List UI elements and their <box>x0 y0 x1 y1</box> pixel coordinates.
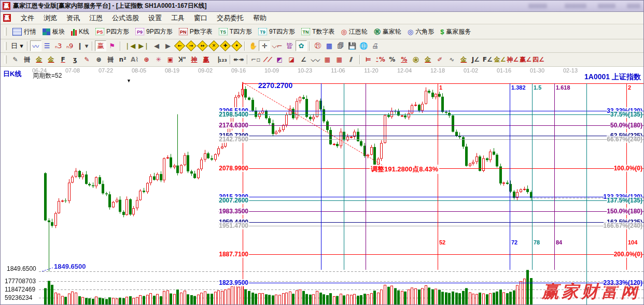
percent-level-label: 137.5%(135) <box>607 197 642 204</box>
percent-level-label: 100.0%(0) <box>614 165 642 172</box>
date-axis-label: 11-20 <box>364 67 378 74</box>
cycle-top-marker: 2 <box>628 84 631 91</box>
kline-chart-canvas[interactable] <box>1 1 644 305</box>
volume-axis-label: 118472469 <box>5 286 35 293</box>
date-axis-label: 12-18 <box>430 67 445 74</box>
price-level-label: 2142.7500 <box>218 136 249 143</box>
date-axis-label: 12-04 <box>397 67 412 74</box>
price-level-label: 1951.4700 <box>218 222 249 229</box>
date-axis-label: 01-16 <box>497 67 511 74</box>
cycle-count-marker: 104 <box>628 239 637 245</box>
date-axis-label: 10-23 <box>298 67 312 74</box>
date-axis-label: 01-02 <box>464 67 478 74</box>
symbol-label[interactable]: 1A0001 上证指数 <box>584 72 641 82</box>
percent-level-label: 150.0%(180) <box>607 208 642 215</box>
date-axis-label: 06-24 <box>32 67 47 74</box>
percent-level-label: 37.5%(135) <box>610 111 642 118</box>
date-axis-label: 10-09 <box>264 67 279 74</box>
price-level-label: 2198.5400 <box>218 111 249 118</box>
date-axis-label: 08-19 <box>165 67 179 74</box>
cycle-count-marker: 52 <box>439 239 445 245</box>
volume-axis-label: 177708703 <box>5 278 36 285</box>
date-axis-label: 08-05 <box>132 67 146 74</box>
price-level-label: 1887.7100 <box>218 251 249 258</box>
scroll-marker-icon[interactable]: ▼ <box>127 78 131 83</box>
date-axis-label: 02-13 <box>563 67 578 74</box>
percent-level-label: 233.33%(120) <box>604 279 642 286</box>
axis-price-1849: 1849.6500 <box>7 265 36 272</box>
cycle-top-marker: 1.618 <box>556 84 570 91</box>
percent-level-label: 166.67%(240) <box>604 222 642 229</box>
price-level-label: 1823.9500 <box>218 279 249 286</box>
price-level-label: 2007.2600 <box>218 197 249 204</box>
date-axis-label: 11-06 <box>331 67 345 74</box>
cycle-count-marker: 78 <box>534 239 540 245</box>
date-axis-label: 09-02 <box>198 67 213 74</box>
app-window: 赢 赢家江恩专业版[赢家内部服务平台] - [上证指数 SH1A0001-167… <box>0 0 644 305</box>
cycle-top-marker: 1 <box>439 84 442 91</box>
price-level-label: 2078.9900 <box>218 165 249 172</box>
date-axis-label: 01-30 <box>530 67 544 74</box>
price-level-label: 1983.3500 <box>218 208 249 215</box>
date-axis-label: 07-22 <box>99 67 113 74</box>
low-pointer-label: 1849.6500 <box>54 263 86 270</box>
period-label[interactable]: 日K线 <box>3 69 21 79</box>
date-axis-label: 07-08 <box>65 67 80 74</box>
cycle-top-marker: 1.382 <box>511 84 526 91</box>
volume-axis-label: 59236234 <box>5 294 32 301</box>
cycle-count-marker: 84 <box>556 239 562 245</box>
price-level-label: 2174.6300 <box>218 122 249 129</box>
peak-price-label: 2270.2700 <box>258 81 292 90</box>
cycle-count-marker: 72 <box>511 239 517 245</box>
retrace-annotation: 调整191.2800点8.43% <box>370 165 439 174</box>
date-axis-label: 09-16 <box>231 67 246 74</box>
percent-level-label: 50.0%(180) <box>610 122 642 129</box>
cycle-top-marker: 1.5 <box>534 84 541 91</box>
percent-level-label: 66.67%(240) <box>607 136 642 143</box>
percent-level-label: 200.0%(0) <box>614 251 642 258</box>
